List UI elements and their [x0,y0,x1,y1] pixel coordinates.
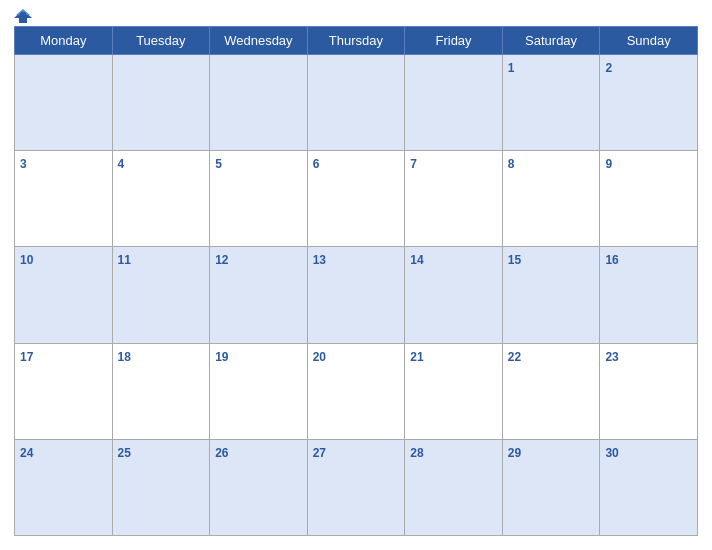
col-header-wednesday: Wednesday [210,27,308,55]
calendar-cell: 5 [210,151,308,247]
calendar-cell: 14 [405,247,503,343]
day-number: 5 [215,157,222,171]
calendar-cell: 26 [210,439,308,535]
calendar-cell: 6 [307,151,405,247]
day-number: 9 [605,157,612,171]
calendar-cell: 21 [405,343,503,439]
calendar-cell: 16 [600,247,698,343]
calendar-cell: 1 [502,55,600,151]
day-number: 24 [20,446,33,460]
day-number: 27 [313,446,326,460]
day-number: 13 [313,253,326,267]
calendar-cell: 3 [15,151,113,247]
calendar-cell: 7 [405,151,503,247]
calendar-cell: 13 [307,247,405,343]
calendar-cell: 20 [307,343,405,439]
calendar-cell: 23 [600,343,698,439]
day-number: 14 [410,253,423,267]
day-number: 10 [20,253,33,267]
calendar-cell [405,55,503,151]
day-number: 30 [605,446,618,460]
calendar-header-row: MondayTuesdayWednesdayThursdayFridaySatu… [15,27,698,55]
col-header-monday: Monday [15,27,113,55]
day-number: 29 [508,446,521,460]
col-header-thursday: Thursday [307,27,405,55]
calendar-cell: 11 [112,247,210,343]
calendar-cell [112,55,210,151]
calendar-cell: 27 [307,439,405,535]
day-number: 26 [215,446,228,460]
col-header-tuesday: Tuesday [112,27,210,55]
calendar-cell: 18 [112,343,210,439]
calendar-cell [15,55,113,151]
calendar-cell: 10 [15,247,113,343]
calendar-cell: 30 [600,439,698,535]
day-number: 17 [20,350,33,364]
calendar-week-row: 10111213141516 [15,247,698,343]
logo-blue-text [14,8,34,24]
logo [14,8,34,24]
col-header-saturday: Saturday [502,27,600,55]
day-number: 22 [508,350,521,364]
day-number: 23 [605,350,618,364]
calendar-table: MondayTuesdayWednesdayThursdayFridaySatu… [14,26,698,536]
day-number: 6 [313,157,320,171]
day-number: 16 [605,253,618,267]
calendar-cell [210,55,308,151]
day-number: 15 [508,253,521,267]
col-header-sunday: Sunday [600,27,698,55]
day-number: 3 [20,157,27,171]
day-number: 20 [313,350,326,364]
calendar-cell: 24 [15,439,113,535]
day-number: 25 [118,446,131,460]
calendar-week-row: 3456789 [15,151,698,247]
day-number: 12 [215,253,228,267]
logo-bird-icon [14,8,32,24]
day-number: 18 [118,350,131,364]
calendar-header [14,10,698,20]
calendar-cell: 19 [210,343,308,439]
calendar-cell [307,55,405,151]
day-number: 2 [605,61,612,75]
calendar-cell: 8 [502,151,600,247]
calendar-cell: 22 [502,343,600,439]
calendar-cell: 12 [210,247,308,343]
calendar-week-row: 17181920212223 [15,343,698,439]
day-number: 11 [118,253,131,267]
calendar-cell: 2 [600,55,698,151]
day-number: 19 [215,350,228,364]
col-header-friday: Friday [405,27,503,55]
day-number: 1 [508,61,515,75]
calendar-week-row: 24252627282930 [15,439,698,535]
calendar-cell: 4 [112,151,210,247]
calendar-week-row: 12 [15,55,698,151]
calendar-cell: 15 [502,247,600,343]
day-number: 4 [118,157,125,171]
calendar-cell: 29 [502,439,600,535]
calendar-cell: 9 [600,151,698,247]
day-number: 21 [410,350,423,364]
day-number: 8 [508,157,515,171]
calendar-cell: 25 [112,439,210,535]
calendar-cell: 28 [405,439,503,535]
day-number: 28 [410,446,423,460]
calendar-cell: 17 [15,343,113,439]
day-number: 7 [410,157,417,171]
